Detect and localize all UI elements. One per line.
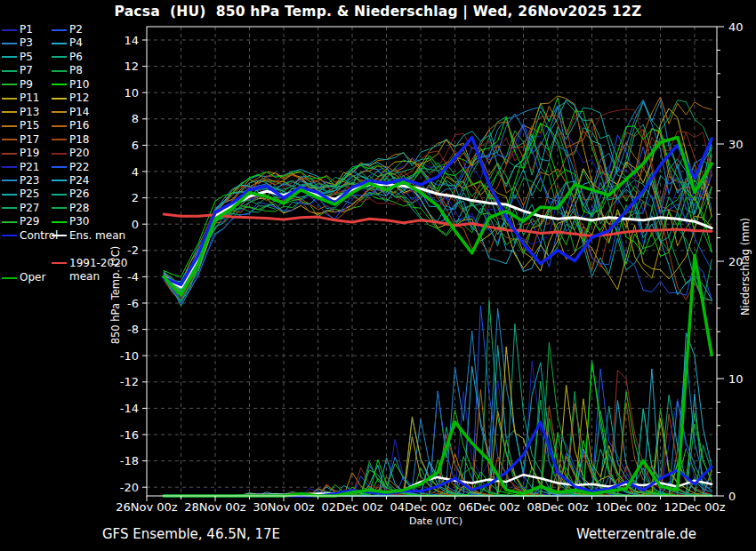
legend-entry-p1-swatch xyxy=(2,29,17,31)
footer-brand: Wetterzentrale.de xyxy=(576,526,696,542)
legend-entry-p9-label: P9 xyxy=(20,79,33,91)
legend-entry-p8: P8 xyxy=(52,65,83,76)
svg-text:2: 2 xyxy=(132,191,139,204)
legend-entry-p14-label: P14 xyxy=(69,107,90,118)
axis-ticks xyxy=(142,27,724,501)
legend-entry-climate-swatch xyxy=(52,262,67,264)
legend-entry-p28-label: P28 xyxy=(69,203,90,214)
legend-entry-p16-swatch xyxy=(52,125,67,127)
legend-entry-p26: P26 xyxy=(52,188,90,200)
legend-entry-p27-label: P27 xyxy=(20,203,40,214)
legend-entry-p4-label: P4 xyxy=(69,37,83,49)
legend-entry-p29-swatch xyxy=(2,221,17,223)
legend-entry-p25-swatch xyxy=(2,194,17,196)
legend-entry-p6: P6 xyxy=(52,52,83,63)
legend-entry-p18: P18 xyxy=(52,134,90,146)
svg-text:-8: -8 xyxy=(127,323,139,336)
svg-text:04Dec 00z: 04Dec 00z xyxy=(390,500,451,514)
svg-text:0: 0 xyxy=(728,490,736,503)
svg-text:-10: -10 xyxy=(120,349,139,363)
legend-entry-p5-label: P5 xyxy=(20,52,33,63)
legend-entry-p22-swatch xyxy=(52,166,67,168)
legend-entry-p2-swatch xyxy=(52,29,67,31)
svg-text:-20: -20 xyxy=(120,481,139,494)
legend-entry-p29: P29 xyxy=(2,216,40,228)
legend-entry-p23: P23 xyxy=(2,175,40,187)
legend-entry-oper: Oper xyxy=(2,272,45,283)
svg-text:12: 12 xyxy=(124,60,139,73)
legend-entry-p5-swatch xyxy=(2,56,17,58)
legend-entry-p18-label: P18 xyxy=(69,134,90,146)
legend-entry-p22: P22 xyxy=(52,162,90,173)
legend-entry-p17-label: P17 xyxy=(20,134,40,146)
legend-entry-oper-swatch xyxy=(2,277,17,279)
legend-entry-p7-label: P7 xyxy=(20,65,33,76)
legend-entry-p10: P10 xyxy=(52,79,90,91)
legend-entry-p17: P17 xyxy=(2,134,40,146)
ensemble-member-precip-lines xyxy=(164,300,712,496)
legend-entry-p26-label: P26 xyxy=(69,188,90,200)
legend-entry-p27: P27 xyxy=(2,203,40,214)
legend-entry-p6-label: P6 xyxy=(69,52,83,63)
legend-entry-p3: P3 xyxy=(2,37,33,49)
legend-entry-p11-label: P11 xyxy=(20,92,40,104)
svg-text:10Dec 00z: 10Dec 00z xyxy=(595,500,656,514)
legend-entry-p7-swatch xyxy=(2,70,17,72)
x-axis-label: Date (UTC) xyxy=(338,515,534,527)
legend-entry-p15-label: P15 xyxy=(20,120,40,132)
svg-text:8: 8 xyxy=(132,112,139,125)
legend-entry-p12-swatch xyxy=(52,98,67,100)
legend-entry-p9: P9 xyxy=(2,79,33,91)
legend-entry-p12-label: P12 xyxy=(69,92,90,104)
legend-entry-p21-swatch xyxy=(2,166,17,168)
member-precip-line-p22 xyxy=(164,391,712,496)
legend-entry-p27-swatch xyxy=(2,207,17,209)
legend-entry-p4-swatch xyxy=(52,43,67,44)
svg-text:-14: -14 xyxy=(120,402,139,415)
legend-entry-p15: P15 xyxy=(2,120,40,132)
legend-entry-p25: P25 xyxy=(2,188,40,200)
svg-text:30Nov 00z: 30Nov 00z xyxy=(253,500,315,514)
legend-entry-p21: P21 xyxy=(2,162,40,173)
legend-entry-p1: P1 xyxy=(2,24,33,36)
member-precip-line-p9 xyxy=(164,391,712,496)
svg-text:10: 10 xyxy=(728,372,744,386)
legend-entry-p11: P11 xyxy=(2,92,40,104)
meteogram-page: Pacsa (HU) 850 hPa Temp. & Niederschlag … xyxy=(0,0,756,551)
legend-entry-p19-label: P19 xyxy=(20,148,40,159)
svg-text:28Nov 00z: 28Nov 00z xyxy=(184,500,246,514)
legend-entry-p16-label: P16 xyxy=(69,120,90,132)
legend-entry-p4: P4 xyxy=(52,37,83,49)
legend-entry-p13: P13 xyxy=(2,107,40,118)
svg-text:-12: -12 xyxy=(120,375,139,388)
legend-entry-p5: P5 xyxy=(2,52,33,63)
legend-entry-ens-mean-label: Ens. mean xyxy=(69,230,125,242)
legend-entry-p8-swatch xyxy=(52,70,67,72)
legend-entry-p19: P19 xyxy=(2,148,40,159)
legend-entry-p2: P2 xyxy=(52,24,83,36)
legend-entry-ens-mean: Ens. mean xyxy=(52,230,125,242)
footer-model-info: GFS Ensemble, 46.5N, 17E xyxy=(102,526,280,542)
svg-text:12Dec 00z: 12Dec 00z xyxy=(664,500,725,514)
legend-entry-p28: P28 xyxy=(52,203,90,214)
legend-entry-p8-label: P8 xyxy=(69,65,83,76)
svg-text:6: 6 xyxy=(132,139,139,152)
svg-text:14: 14 xyxy=(124,34,139,47)
svg-text:-4: -4 xyxy=(127,270,139,283)
legend-entry-p17-swatch xyxy=(2,139,17,140)
plot-frame xyxy=(147,27,717,496)
legend-entry-p28-swatch xyxy=(52,207,67,209)
legend-entry-p20: P20 xyxy=(52,148,90,159)
svg-text:-6: -6 xyxy=(127,297,139,310)
legend-entry-p22-label: P22 xyxy=(69,162,90,173)
legend-entry-p3-swatch xyxy=(2,43,17,44)
member-temp-line-p7 xyxy=(164,100,712,307)
legend-entry-p1-label: P1 xyxy=(20,24,33,36)
legend-entry-p15-swatch xyxy=(2,125,17,127)
y-axis-label-right: Niederschlag (mm) xyxy=(739,218,752,315)
legend-entry-p19-swatch xyxy=(2,153,17,155)
svg-text:-16: -16 xyxy=(120,428,139,442)
member-precip-line-p16 xyxy=(164,389,712,496)
legend-entry-p14: P14 xyxy=(52,107,90,118)
svg-text:06Dec 00z: 06Dec 00z xyxy=(458,500,519,514)
